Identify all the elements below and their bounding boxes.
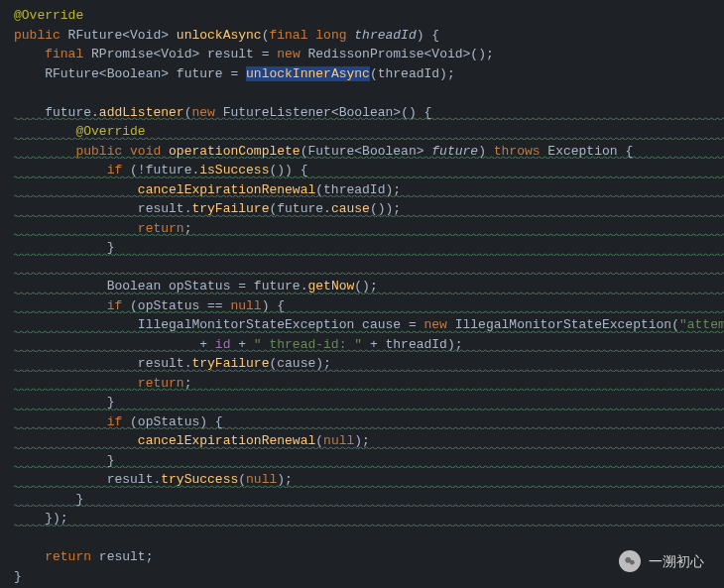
code-line: public RFuture<Void> unlockAsync(final l… <box>14 26 724 46</box>
code-line <box>14 83 724 103</box>
code-line: result.tryFailure(cause); <box>14 354 724 374</box>
code-line: } <box>14 490 724 510</box>
code-line: Boolean opStatus = future.getNow(); <box>14 277 724 296</box>
wechat-icon <box>619 550 641 572</box>
code-line: cancelExpirationRenewal(threadId); <box>14 180 724 200</box>
code-line: + id + " thread-id: " + threadId); <box>14 335 724 355</box>
code-line: IllegalMonitorStateException cause = new… <box>14 315 724 335</box>
code-line: @Override <box>14 6 724 26</box>
code-line: result.tryFailure(future.cause()); <box>14 199 724 219</box>
code-line: } <box>14 393 724 412</box>
code-line: if (opStatus) { <box>14 412 724 432</box>
code-line: if (opStatus == null) { <box>14 296 724 316</box>
code-line: }); <box>14 509 724 529</box>
code-line: if (!future.isSuccess()) { <box>14 161 724 180</box>
code-line <box>14 529 724 548</box>
code-line: future.addListener(new FutureListener<Bo… <box>14 103 724 123</box>
code-line: return; <box>14 219 724 239</box>
code-line: public void operationComplete(Future<Boo… <box>14 142 724 162</box>
watermark-text: 一溯初心 <box>649 551 704 572</box>
watermark: 一溯初心 <box>619 550 704 572</box>
code-line: return result; <box>14 547 724 567</box>
code-line: return; <box>14 374 724 394</box>
code-line: RFuture<Boolean> future = unlockInnerAsy… <box>14 64 724 84</box>
code-line: } <box>14 567 724 587</box>
code-line: @Override <box>14 122 724 142</box>
code-line: final RPromise<Void> result = new Rediss… <box>14 45 724 64</box>
code-line: } <box>14 451 724 471</box>
code-line <box>14 258 724 278</box>
svg-point-1 <box>630 560 635 565</box>
code-line: result.trySuccess(null); <box>14 470 724 490</box>
code-line: cancelExpirationRenewal(null); <box>14 431 724 451</box>
code-line: } <box>14 238 724 258</box>
code-editor[interactable]: @Override public RFuture<Void> unlockAsy… <box>14 6 724 586</box>
